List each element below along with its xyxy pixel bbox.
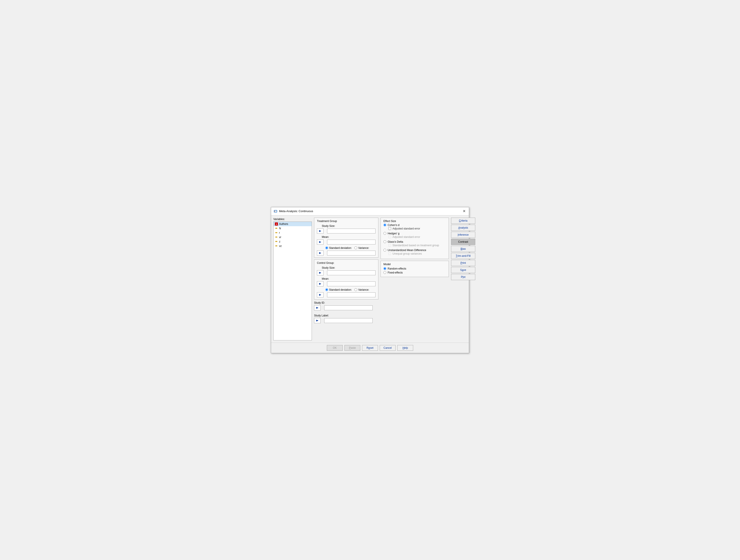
inference-button[interactable]: Inference (451, 232, 475, 238)
treatment-variance-radio-label[interactable]: Variance: (354, 246, 369, 249)
control-stddev-input[interactable] (327, 293, 375, 297)
variable-item-vz[interactable]: ✏vz (274, 244, 312, 248)
right-main-panel: Effect Size Cohen's d Adjusted standard … (381, 218, 449, 340)
control-mean-input[interactable] (327, 282, 375, 286)
trim-and-fill-button[interactable]: Trim-and-Fill (451, 253, 475, 259)
variable-item-z[interactable]: ✏z (274, 239, 312, 244)
control-stddev-arrow[interactable] (317, 292, 323, 298)
criteria-button[interactable]: Criteria (451, 218, 475, 224)
variables-list: aAuthors✏N✏r✏vr✏z✏vz (273, 222, 312, 340)
control-study-size-input[interactable] (327, 270, 375, 275)
treatment-stddev-input[interactable] (327, 251, 375, 255)
glass-delta-row: Glass's Delta (383, 240, 446, 243)
glass-delta-std-label: Standardized based on treatment group (392, 244, 439, 247)
control-mean-row (317, 281, 375, 287)
treatment-study-size-block: Study Size: (317, 224, 375, 234)
control-study-size-label: Study Size: (322, 266, 375, 269)
hedges-g-sub: Adjusted standard error (388, 235, 446, 238)
control-study-size-block: Study Size: (317, 266, 375, 275)
model-box: Model Random-effects Fixed-effects (381, 261, 449, 277)
control-stddev-input-row (317, 292, 375, 298)
analysis-button[interactable]: Analysis (451, 225, 475, 231)
glass-delta-label: Glass's Delta (388, 240, 403, 243)
treatment-mean-arrow[interactable] (317, 239, 323, 245)
plot-button[interactable]: Plot (451, 274, 475, 280)
study-label-input[interactable] (324, 318, 373, 323)
study-id-arrow[interactable] (314, 305, 321, 311)
unstd-mean-diff-row: Unstandardized Mean Difference (383, 249, 446, 252)
hedges-g-radio[interactable] (383, 232, 386, 235)
control-stddev-radio-label[interactable]: Standard deviation: (325, 288, 352, 291)
dialog-content: Variables: aAuthors✏N✏r✏vr✏z✏vz Treatmen… (271, 215, 469, 343)
treatment-mean-row (317, 239, 375, 245)
study-id-input[interactable] (324, 306, 373, 310)
cancel-button[interactable]: Cancel (380, 345, 395, 351)
meta-analysis-dialog: Meta-Analysis: Continuous ✕ Variables: a… (271, 207, 469, 353)
treatment-stddev-radio[interactable] (325, 246, 328, 249)
unstd-mean-diff-sub: Unequal group variances (388, 252, 446, 255)
treatment-mean-label: Mean: (322, 235, 375, 238)
save-button[interactable]: Save (451, 267, 475, 273)
hedges-g-option: Hedges' g Adjusted standard error (383, 232, 446, 239)
fixed-effects-label: Fixed-effects (388, 271, 402, 274)
fixed-effects-radio[interactable] (383, 271, 386, 274)
study-id-block: Study ID: (314, 301, 378, 311)
svg-marker-6 (319, 272, 321, 274)
glass-delta-option: Glass's Delta Standardized based on trea… (383, 240, 446, 248)
study-label-row (314, 318, 378, 323)
svg-marker-10 (316, 320, 318, 322)
variable-icon-z: ✏ (275, 240, 278, 243)
reset-button[interactable]: Reset (362, 345, 378, 351)
treatment-group-box: Treatment Group Study Size: Mean: (314, 218, 378, 258)
hedges-g-adj-label: Adjusted standard error (392, 235, 420, 238)
cohens-d-adj-checkbox[interactable] (388, 227, 391, 230)
cohens-d-radio[interactable] (383, 224, 386, 226)
variable-icon-vz: ✏ (275, 244, 278, 247)
treatment-stddev-variance-row: Standard deviation: Variance: (325, 246, 375, 249)
variable-item-authors[interactable]: aAuthors (274, 222, 312, 226)
svg-marker-3 (319, 230, 321, 232)
svg-marker-7 (319, 283, 321, 285)
help-button[interactable]: Help (397, 345, 413, 351)
random-effects-option: Random-effects (383, 267, 446, 270)
dialog-title: Meta-Analysis: Continuous (279, 210, 313, 213)
glass-delta-radio[interactable] (383, 240, 386, 243)
treatment-variance-radio[interactable] (354, 246, 357, 249)
treatment-stddev-input-row (317, 250, 375, 256)
treatment-study-size-arrow[interactable] (317, 228, 323, 234)
treatment-stddev-radio-label[interactable]: Standard deviation: (325, 246, 352, 249)
print-button[interactable]: Print (451, 260, 475, 266)
control-variance-radio[interactable] (354, 288, 357, 291)
variable-name-authors: Authors (279, 222, 288, 226)
treatment-study-size-input[interactable] (327, 229, 375, 233)
variable-icon-vr: ✏ (275, 236, 278, 239)
ok-button[interactable]: OK (327, 345, 343, 351)
contrast-button[interactable]: Contrast (451, 239, 475, 245)
control-mean-arrow[interactable] (317, 281, 323, 287)
variable-icon-authors: a (275, 222, 278, 226)
random-effects-radio[interactable] (383, 267, 386, 270)
bias-button[interactable]: Bias (451, 246, 475, 252)
study-label-label: Study Label: (314, 314, 378, 317)
control-variance-radio-label[interactable]: Variance: (354, 288, 369, 291)
unstd-mean-diff-radio[interactable] (383, 249, 386, 251)
unstd-unequal-checkbox (388, 252, 391, 255)
treatment-mean-input[interactable] (327, 240, 375, 244)
treatment-stddev-arrow[interactable] (317, 250, 323, 256)
treatment-group-title: Treatment Group (317, 220, 375, 223)
cohens-d-adj-label: Adjusted standard error (392, 227, 420, 230)
paste-button[interactable]: Paste (345, 345, 360, 351)
variables-label: Variables: (273, 218, 312, 221)
study-label-arrow[interactable] (314, 318, 321, 323)
variable-item-r[interactable]: ✏r (274, 231, 312, 235)
treatment-mean-block: Mean: (317, 235, 375, 245)
variable-item-vr[interactable]: ✏vr (274, 235, 312, 239)
control-study-size-arrow[interactable] (317, 270, 323, 275)
variable-item-n[interactable]: ✏N (274, 226, 312, 231)
svg-marker-9 (316, 307, 318, 309)
control-stddev-radio[interactable] (325, 288, 328, 291)
svg-marker-4 (319, 241, 321, 243)
app-icon (274, 210, 277, 213)
close-button[interactable]: ✕ (462, 209, 466, 213)
glass-delta-sub: Standardized based on treatment group (388, 244, 446, 247)
